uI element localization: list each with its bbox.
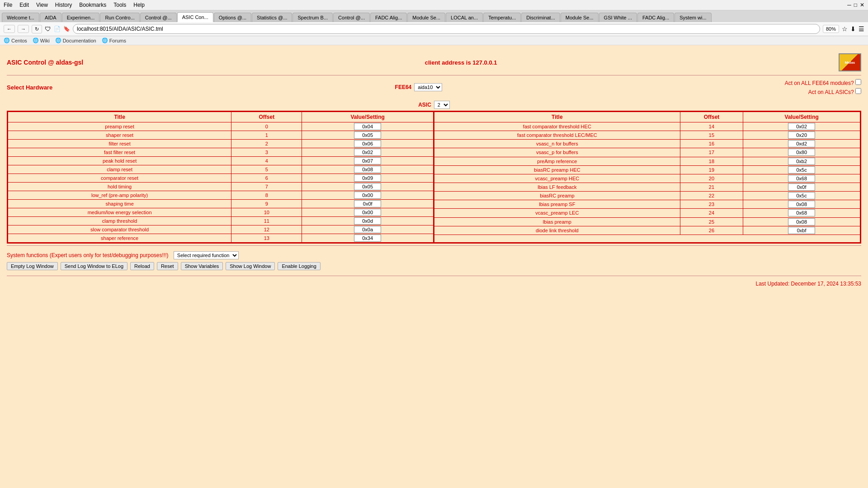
tab-gsi[interactable]: GSI White ... xyxy=(599,13,637,22)
close-button[interactable]: ✕ xyxy=(860,2,864,8)
menu-help[interactable]: Help xyxy=(133,2,145,8)
left-value-input-5[interactable] xyxy=(354,166,381,173)
menu-icon[interactable]: ☰ xyxy=(859,25,864,33)
menu-bookmarks[interactable]: Bookmarks xyxy=(79,2,106,8)
show-log-button[interactable]: Show Log Window xyxy=(226,262,275,270)
tab-control2[interactable]: Control @... xyxy=(333,13,370,22)
tab-statistics[interactable]: Statistics @... xyxy=(252,13,292,22)
left-value-input-7[interactable] xyxy=(354,183,381,190)
tab-temp[interactable]: Temperatu... xyxy=(483,13,521,22)
tab-spectrum[interactable]: Spectrum B... xyxy=(292,13,333,22)
tab-welcome[interactable]: Welcome t... xyxy=(2,13,39,22)
reset-button[interactable]: Reset xyxy=(157,262,178,270)
menu-history[interactable]: History xyxy=(55,2,72,8)
left-value-input-13[interactable] xyxy=(354,235,381,242)
right-value-input-0[interactable] xyxy=(788,123,815,130)
fee64-select[interactable]: aida10 xyxy=(414,83,442,91)
tab-system[interactable]: System wi... xyxy=(675,13,711,22)
right-value-input-1[interactable] xyxy=(788,131,815,139)
left-value-input-2[interactable] xyxy=(354,140,381,147)
left-cell-value-10[interactable] xyxy=(302,208,434,217)
right-value-input-5[interactable] xyxy=(788,166,815,174)
left-value-input-8[interactable] xyxy=(354,192,381,199)
left-cell-value-8[interactable] xyxy=(302,191,434,200)
left-value-input-12[interactable] xyxy=(354,226,381,233)
act-asics-checkbox[interactable] xyxy=(855,88,861,94)
right-value-input-6[interactable] xyxy=(788,175,815,182)
send-log-button[interactable]: Send Log Window to ELog xyxy=(61,262,127,270)
right-cell-value-4[interactable] xyxy=(743,157,860,165)
forward-button[interactable]: → xyxy=(18,25,29,33)
right-cell-value-10[interactable] xyxy=(743,209,860,217)
right-cell-value-7[interactable] xyxy=(743,183,860,191)
show-variables-button[interactable]: Show Variables xyxy=(181,262,223,270)
left-cell-value-13[interactable] xyxy=(302,234,434,243)
left-value-input-3[interactable] xyxy=(354,149,381,156)
tab-run-control[interactable]: Run Contro... xyxy=(100,13,139,22)
right-value-input-9[interactable] xyxy=(788,201,815,208)
left-value-input-0[interactable] xyxy=(354,123,381,130)
act-fee64-checkbox[interactable] xyxy=(855,79,861,85)
left-value-input-11[interactable] xyxy=(354,217,381,225)
right-cell-value-9[interactable] xyxy=(743,200,860,209)
left-value-input-9[interactable] xyxy=(354,200,381,207)
tab-module1[interactable]: Module Se... xyxy=(407,13,445,22)
asic-select[interactable]: 2 xyxy=(434,101,450,109)
empty-log-button[interactable]: Empty Log Window xyxy=(7,262,58,270)
left-cell-value-6[interactable] xyxy=(302,174,434,183)
zoom-level[interactable]: 80% xyxy=(823,25,839,33)
right-cell-value-12[interactable] xyxy=(743,226,860,235)
tab-options[interactable]: Options @... xyxy=(214,13,251,22)
bookmark-forums[interactable]: 🌐 Forums xyxy=(102,38,126,43)
left-cell-value-9[interactable] xyxy=(302,200,434,208)
menu-view[interactable]: View xyxy=(36,2,48,8)
bookmark-wiki[interactable]: 🌐 Wiki xyxy=(33,38,50,43)
left-value-input-10[interactable] xyxy=(354,209,381,216)
left-cell-value-11[interactable] xyxy=(302,217,434,225)
right-value-input-12[interactable] xyxy=(788,227,815,234)
right-cell-value-6[interactable] xyxy=(743,174,860,183)
enable-logging-button[interactable]: Enable Logging xyxy=(278,262,320,270)
right-cell-value-1[interactable] xyxy=(743,131,860,140)
left-value-input-4[interactable] xyxy=(354,157,381,164)
right-cell-value-5[interactable] xyxy=(743,165,860,174)
tab-discrim[interactable]: Discriminat... xyxy=(521,13,560,22)
star-icon[interactable]: ☆ xyxy=(842,25,848,33)
tab-local[interactable]: LOCAL an... xyxy=(446,13,483,22)
menu-file[interactable]: File xyxy=(4,2,12,8)
left-cell-value-2[interactable] xyxy=(302,140,434,148)
url-input[interactable] xyxy=(73,24,820,34)
reload-button[interactable]: ↻ xyxy=(32,25,42,33)
tab-control1[interactable]: Control @... xyxy=(140,13,177,22)
download-icon[interactable]: ⬇ xyxy=(850,25,856,33)
tab-module2[interactable]: Module Se... xyxy=(561,13,599,22)
right-value-input-3[interactable] xyxy=(788,149,815,156)
tab-aida[interactable]: AIDA xyxy=(40,13,61,22)
tab-fadc1[interactable]: FADC Alig... xyxy=(370,13,407,22)
left-cell-value-4[interactable] xyxy=(302,157,434,165)
bookmark-centos[interactable]: 🌐 Centos xyxy=(4,38,27,43)
right-value-input-7[interactable] xyxy=(788,183,815,191)
left-cell-value-7[interactable] xyxy=(302,183,434,191)
back-button[interactable]: ← xyxy=(4,25,15,33)
left-value-input-6[interactable] xyxy=(354,174,381,182)
right-cell-value-0[interactable] xyxy=(743,122,860,131)
maximize-button[interactable]: □ xyxy=(854,2,857,8)
tab-fadc2[interactable]: FADC Alig... xyxy=(637,13,674,22)
tab-asic-control[interactable]: ASIC Con... xyxy=(177,12,213,22)
tab-experiment[interactable]: Experimen... xyxy=(62,13,100,22)
right-value-input-10[interactable] xyxy=(788,209,815,216)
reload-button-sys[interactable]: Reload xyxy=(130,262,154,270)
left-cell-value-1[interactable] xyxy=(302,131,434,140)
left-cell-value-5[interactable] xyxy=(302,165,434,174)
menu-edit[interactable]: Edit xyxy=(19,2,29,8)
right-value-input-11[interactable] xyxy=(788,218,815,225)
left-cell-value-0[interactable] xyxy=(302,122,434,131)
right-cell-value-3[interactable] xyxy=(743,148,860,157)
menu-tools[interactable]: Tools xyxy=(113,2,126,8)
right-value-input-4[interactable] xyxy=(788,158,815,165)
right-value-input-2[interactable] xyxy=(788,140,815,147)
left-value-input-1[interactable] xyxy=(354,131,381,139)
right-cell-value-2[interactable] xyxy=(743,140,860,148)
right-cell-value-8[interactable] xyxy=(743,192,860,200)
